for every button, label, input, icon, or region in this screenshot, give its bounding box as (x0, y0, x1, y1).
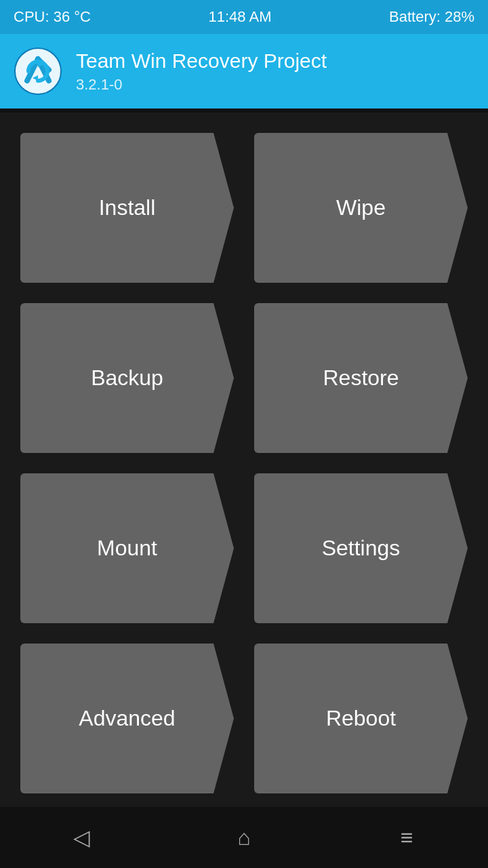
backup-button[interactable]: Backup (20, 303, 234, 453)
nav-bar: ◁ ⌂ ≡ (0, 807, 488, 868)
battery-info: Battery: 28% (389, 8, 474, 26)
mount-button[interactable]: Mount (20, 473, 234, 623)
restore-button[interactable]: Restore (254, 303, 468, 453)
twrp-logo (14, 47, 62, 96)
main-grid: Install Wipe Backup Restore Mount Settin… (0, 113, 488, 807)
reboot-button[interactable]: Reboot (254, 644, 468, 793)
header-text: Team Win Recovery Project 3.2.1-0 (76, 49, 327, 94)
status-bar: CPU: 36 °C 11:48 AM Battery: 28% (0, 0, 488, 34)
header: Team Win Recovery Project 3.2.1-0 (0, 34, 488, 108)
home-button[interactable]: ⌂ (224, 817, 264, 858)
settings-button[interactable]: Settings (254, 473, 468, 623)
cpu-info: CPU: 36 °C (14, 8, 91, 26)
app-version: 3.2.1-0 (76, 76, 327, 94)
advanced-button[interactable]: Advanced (20, 644, 234, 793)
wipe-button[interactable]: Wipe (254, 133, 468, 283)
time-info: 11:48 AM (209, 8, 272, 26)
app-title: Team Win Recovery Project (76, 49, 327, 73)
install-button[interactable]: Install (20, 133, 234, 283)
menu-button[interactable]: ≡ (386, 817, 427, 858)
back-button[interactable]: ◁ (61, 817, 102, 858)
